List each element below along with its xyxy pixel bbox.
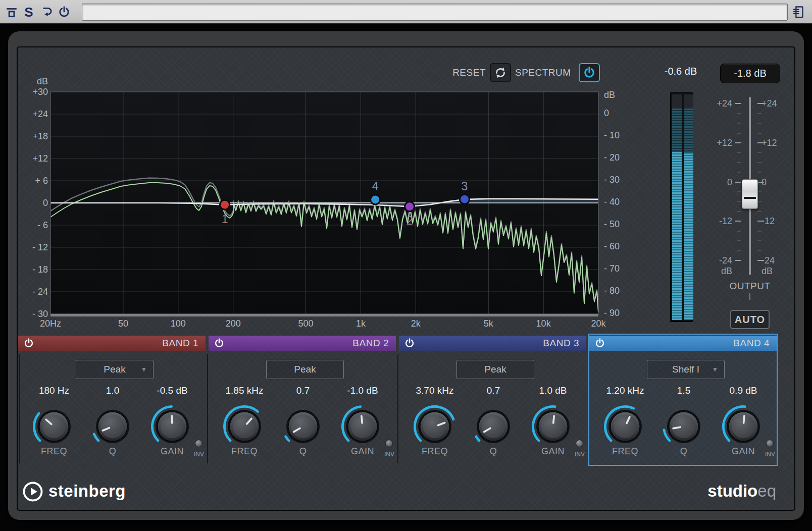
svg-text:2: 2 (407, 214, 413, 227)
sidechain-icon[interactable] (38, 3, 56, 21)
band-type-dropdown[interactable]: Shelf I ▼ (647, 360, 725, 379)
q-knob[interactable] (662, 404, 706, 449)
gain-value: 1.0 dB (523, 385, 583, 396)
gain-value: -1.0 dB (332, 385, 393, 396)
reset-button[interactable] (490, 63, 511, 82)
freq-knob-label: FREQ (24, 446, 84, 457)
meter-peak-history (672, 109, 682, 152)
band-power-button[interactable] (23, 338, 34, 349)
band-power-button[interactable] (214, 338, 225, 349)
svg-text:3: 3 (462, 180, 468, 193)
power-icon (594, 338, 605, 349)
band-section-4: BAND 4 Shelf I ▼ INV 1.20 kHzFREQ1.5Q0.9… (589, 335, 777, 465)
power-icon (23, 338, 34, 349)
steinberg-s-icon[interactable]: S (20, 3, 37, 21)
refresh-icon (494, 66, 507, 79)
freq-value: 180 Hz (24, 385, 84, 396)
output-label: OUTPUT (717, 281, 783, 292)
band-header[interactable]: BAND 4 (589, 336, 777, 351)
band-separator (207, 354, 208, 463)
steinberg-logo-icon (22, 481, 43, 502)
band-section-2: BAND 2 Peak ▼ INV 1.85 kHzFREQ0.7Q-1.0 d… (209, 335, 396, 465)
steinberg-logo-text: steinberg (48, 482, 126, 501)
gain-knob[interactable] (150, 404, 194, 449)
power-icon (214, 338, 225, 349)
band-power-button[interactable] (594, 338, 605, 349)
gain-knob[interactable] (721, 404, 766, 449)
gain-knob-label: GAIN (332, 446, 393, 457)
eq-band-handle-1[interactable] (220, 200, 230, 209)
band-type-dropdown[interactable]: Peak ▼ (266, 360, 344, 379)
q-value: 0.7 (463, 385, 524, 396)
band-title: BAND 3 (543, 338, 579, 349)
band-header[interactable]: BAND 3 (399, 336, 586, 351)
plugin-titlebar: S (0, 0, 812, 24)
q-value: 1.5 (653, 385, 714, 396)
svg-text:1: 1 (222, 213, 228, 226)
gain-knob-label: GAIN (142, 446, 202, 457)
band-header[interactable]: BAND 1 (18, 336, 206, 351)
freq-knob[interactable] (413, 404, 457, 449)
band-type-dropdown[interactable]: Peak ▼ (76, 360, 154, 379)
meter-channel-right (684, 94, 693, 320)
band-separator (397, 354, 398, 463)
bypass-icon[interactable] (3, 3, 20, 21)
output-gain-readout[interactable]: -1.8 dB (720, 64, 780, 83)
q-knob[interactable] (90, 404, 135, 449)
preset-browser-icon[interactable] (790, 3, 807, 21)
reset-label: RESET (434, 67, 486, 78)
power-icon[interactable] (56, 3, 73, 21)
level-meter (670, 92, 693, 322)
freq-knob-label: FREQ (404, 446, 465, 457)
spectrum-toggle-button[interactable] (579, 63, 600, 82)
auto-button[interactable]: AUTO (730, 310, 770, 329)
band-section-1: BAND 1 Peak ▼ INV 180 HzFREQ1.0Q-0.5 dBG… (18, 335, 206, 465)
chevron-down-icon: ▼ (141, 366, 147, 373)
band-title: BAND 4 (733, 338, 770, 349)
q-knob-label: Q (463, 446, 524, 457)
freq-value: 1.20 kHz (595, 385, 655, 396)
q-knob[interactable] (471, 404, 516, 449)
product-logo: studioeq (707, 482, 776, 501)
gain-value: -0.5 dB (142, 385, 202, 396)
screen: S 1243 dB+30+24+18+12+ 60- 6- 12- 18- 24… (0, 0, 812, 531)
gain-knob-label: GAIN (713, 446, 774, 457)
product-logo-bold: studio (707, 482, 757, 500)
band-type-dropdown[interactable]: Peak ▼ (456, 360, 534, 379)
band-power-button[interactable] (404, 338, 415, 349)
meter-level-bar (684, 153, 693, 320)
band-type-value: Shelf I (672, 364, 699, 375)
q-value: 0.7 (273, 385, 333, 396)
eq-graph[interactable]: 1243 (48, 89, 603, 319)
power-icon (583, 66, 596, 79)
svg-text:4: 4 (372, 180, 379, 193)
freq-knob[interactable] (32, 404, 76, 449)
band-header[interactable]: BAND 2 (209, 336, 396, 351)
band-type-value: Peak (484, 364, 506, 375)
q-knob-label: Q (82, 446, 143, 457)
eq-band-handle-2[interactable] (405, 202, 415, 211)
output-fader-handle[interactable] (742, 179, 758, 209)
eq-band-handle-4[interactable] (371, 195, 380, 204)
preset-name-field[interactable] (82, 4, 788, 21)
spectrum-label: SPECTRUM (515, 67, 577, 78)
freq-knob[interactable] (222, 404, 267, 449)
output-tick (749, 293, 750, 300)
freq-knob-label: FREQ (214, 446, 275, 457)
freq-knob[interactable] (603, 404, 647, 449)
gain-knob[interactable] (340, 404, 385, 449)
eq-band-handle-3[interactable] (460, 194, 469, 204)
q-value: 1.0 (82, 385, 143, 396)
band-title: BAND 2 (352, 338, 389, 349)
freq-value: 3.70 kHz (404, 385, 465, 396)
gain-knob[interactable] (531, 404, 575, 449)
product-logo-light: eq (757, 482, 776, 500)
band-type-value: Peak (294, 364, 316, 375)
q-knob-label: Q (653, 446, 714, 457)
meter-peak-readout: -0.6 dB (650, 66, 711, 77)
q-knob[interactable] (281, 404, 325, 449)
band-section-3: BAND 3 Peak ▼ INV 3.70 kHzFREQ0.7Q1.0 dB… (399, 335, 586, 465)
band-separator (19, 354, 20, 463)
band-title: BAND 1 (162, 338, 198, 349)
meter-peak-history (684, 109, 693, 153)
